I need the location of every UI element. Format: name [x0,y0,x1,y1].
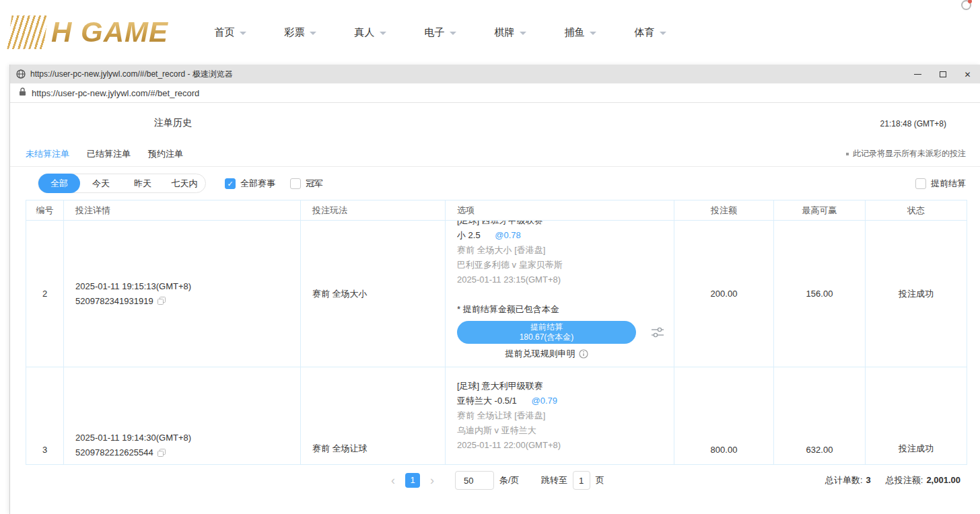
market: 赛前 全场让球 [香港盘] [457,408,667,423]
col-header-play: 投注玩法 [301,200,446,221]
checkbox-unchecked-icon [290,178,301,189]
browser-window: https://user-pc-new.jylywl.com/#/bet_rec… [9,65,980,514]
date-filter-all[interactable]: 全部 [38,174,80,193]
cashout-button[interactable]: 提前结算 180.67(含本金) [457,321,636,344]
match: 巴利亚多利德 v 皇家贝蒂斯 [457,258,667,272]
cashout-note: * 提前结算金额已包含本金 [457,303,667,316]
tab-unsettled[interactable]: 未结算注单 [26,148,69,160]
next-page-button[interactable]: › [425,473,439,488]
minimize-button[interactable] [905,65,930,83]
bet-table: 编号 投注详情 投注玩法 选项 投注额 最高可赢 状态 2 2025-01-11… [26,200,967,465]
chevron-down-icon [450,32,456,35]
page-unit-label: 页 [596,474,604,486]
chevron-down-icon [310,32,316,35]
col-header-option: 选项 [446,200,674,221]
chevron-down-icon [520,32,526,35]
order-number: 5209782341931919 [75,294,153,309]
site-logo[interactable]: H GAME [9,15,168,49]
col-header-amount: 投注额 [674,200,774,221]
copy-icon[interactable] [158,449,166,457]
jump-label: 跳转至 [541,474,567,486]
close-button[interactable] [955,65,980,83]
nav-item-lottery[interactable]: 彩票 [265,26,335,39]
nav-item-home[interactable]: 首页 [195,26,265,39]
odds: @0.78 [495,230,521,240]
date-filter-7days[interactable]: 七天内 [164,174,205,193]
tune-slider-icon[interactable] [651,326,664,338]
page-content: 注单历史 21:18:48 (GMT+8) 未结算注单 已结算注单 预约注单 此… [10,103,980,514]
globe-icon [16,69,26,79]
total-amount: 总投注额:2,001.00 [886,474,960,486]
cell-status: 投注成功 [866,221,967,367]
tabs-bar: 未结算注单 已结算注单 预约注单 此记录将显示所有未派彩的投注 [10,141,980,167]
pager: ‹ 1 › 条/页 跳转至 页 [386,471,604,490]
page-1-button[interactable]: 1 [405,473,420,488]
tabs-note: 此记录将显示所有未派彩的投注 [846,148,966,159]
cell-play: 赛前 全场大小 [301,221,446,367]
table-header-row: 编号 投注详情 投注玩法 选项 投注额 最高可赢 状态 [26,200,967,221]
window-controls [905,65,980,83]
current-time: 21:18:48 (GMT+8) [880,119,946,128]
minimize-icon [914,74,921,75]
order-number: 5209782212625544 [75,445,153,460]
address-bar[interactable]: https://user-pc-new.jylywl.com/#/bet_rec… [10,83,980,103]
chevron-down-icon [590,32,596,35]
match-time: 2025-01-11 23:15(GMT+8) [457,272,667,287]
maximize-icon [940,71,946,77]
url-text: https://user-pc-new.jylywl.com/#/bet_rec… [32,88,199,98]
nav-menu: 首页 彩票 真人 电子 棋牌 捕鱼 体育 [195,26,685,39]
cell-id: 3 [26,367,64,465]
table-row: 3 2025-01-11 19:14:30(GMT+8) 52097822126… [26,367,967,465]
nav-item-slots[interactable]: 电子 [405,26,475,39]
cell-option: [足球] 意大利甲级联赛 亚特兰大 -0.5/1 @0.79 赛前 全场让球 [… [446,367,674,465]
checkbox-checked-icon [225,178,236,189]
tab-reserved[interactable]: 预约注单 [148,148,183,160]
browser-titlebar: https://user-pc-new.jylywl.com/#/bet_rec… [10,65,980,83]
cashout-rule-link[interactable]: 提前兑现规则申明 [457,348,636,360]
notification-badge-icon[interactable] [961,0,971,10]
nav-item-cards[interactable]: 棋牌 [475,26,545,39]
filter-bar: 全部 今天 昨天 七天内 全部赛事 冠军 提前结算 [10,167,980,200]
nav-item-live[interactable]: 真人 [335,26,405,39]
chevron-down-icon [380,32,386,35]
info-circle-icon [579,349,588,359]
logo-mark-icon [7,15,48,49]
tab-settled[interactable]: 已结算注单 [87,148,131,160]
cell-id: 2 [26,221,64,367]
odds: @0.79 [531,396,557,406]
copy-icon[interactable] [158,297,166,305]
filter-all-events[interactable]: 全部赛事 [225,178,275,190]
nav-item-fishing[interactable]: 捕鱼 [545,26,615,39]
date-filter-today[interactable]: 今天 [80,174,122,193]
total-count: 总计单数:3 [825,474,871,486]
cell-amount: 800.00 [674,367,774,465]
chevron-down-icon [240,32,246,35]
pagination-bar: ‹ 1 › 条/页 跳转至 页 总计单数:3 总投注额:2,001.00 [10,465,980,496]
selection: 小 2.5 [457,230,481,240]
chevron-down-icon [660,32,666,35]
filter-champion[interactable]: 冠军 [290,178,323,190]
maximize-button[interactable] [930,65,955,83]
date-filter-yesterday[interactable]: 昨天 [122,174,164,193]
col-header-details: 投注详情 [64,200,301,221]
selection: 亚特兰大 -0.5/1 [457,396,517,406]
filter-early-settle[interactable]: 提前结算 [915,178,966,190]
prev-page-button[interactable]: ‹ [386,473,400,488]
page-size-input[interactable] [455,471,494,490]
cell-maxwin: 156.00 [774,221,866,367]
bet-time: 2025-01-11 19:15:13(GMT+8) [75,279,300,294]
jump-page-input[interactable] [573,471,590,490]
cell-maxwin: 632.00 [774,367,866,465]
summary: 总计单数:3 总投注额:2,001.00 [825,474,960,486]
cell-details: 2025-01-11 19:14:30(GMT+8) 5209782212625… [64,367,301,465]
page-header: 注单历史 21:18:48 (GMT+8) [10,103,980,141]
checkbox-unchecked-icon [915,178,926,189]
match: 乌迪内斯 v 亚特兰大 [457,423,667,438]
league: [足球] 西班牙甲级联赛 [457,221,667,228]
logo-text: H GAME [51,16,168,48]
col-header-status: 状态 [866,200,967,221]
nav-item-sports[interactable]: 体育 [615,26,685,39]
market: 赛前 全场大小 [香港盘] [457,243,667,258]
cell-option: [足球] 西班牙甲级联赛 小 2.5 @0.78 赛前 全场大小 [香港盘] 巴… [446,221,674,367]
cell-play: 赛前 全场让球 [301,367,446,465]
